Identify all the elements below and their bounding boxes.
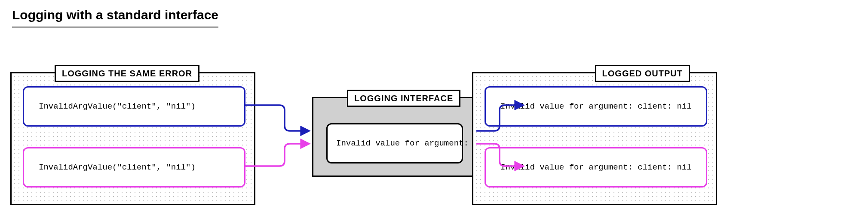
output-blue-text: Invalid value for argument: client: nil [500,102,692,111]
panel-label-right: LOGGED OUTPUT [595,65,690,82]
panel-logging-interface: LOGGING INTERFACE Invalid value for argu… [312,97,475,177]
diagram-title: Logging with a standard interface [12,8,218,27]
panel-logged-output: LOGGED OUTPUT Invalid value for argument… [472,72,717,205]
output-magenta-text: Invalid value for argument: client: nil [500,163,692,172]
input-call-blue-text: InvalidArgValue("client", "nil") [39,102,196,111]
input-call-blue: InvalidArgValue("client", "nil") [23,86,245,127]
format-string-box: Invalid value for argument: %s: %v [326,123,463,163]
output-blue: Invalid value for argument: client: nil [485,86,707,127]
input-call-magenta-text: InvalidArgValue("client", "nil") [39,163,196,172]
panel-logging-same-error: LOGGING THE SAME ERROR InvalidArgValue("… [10,72,255,205]
panel-label-left: LOGGING THE SAME ERROR [55,65,199,82]
panel-label-middle: LOGGING INTERFACE [347,90,460,107]
input-call-magenta: InvalidArgValue("client", "nil") [23,147,245,188]
output-magenta: Invalid value for argument: client: nil [485,147,707,188]
